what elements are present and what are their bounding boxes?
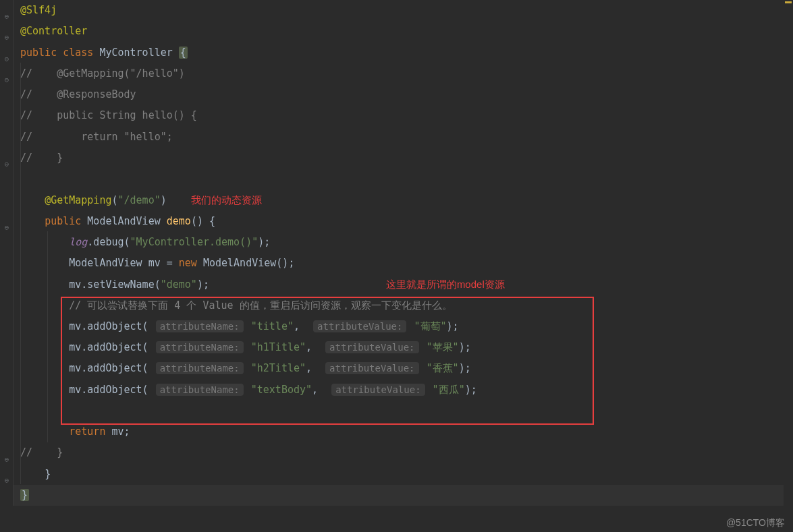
fold-icon[interactable]: ⊖ [2, 449, 11, 459]
matched-brace: } [20, 489, 29, 501]
fold-icon[interactable]: ⊖ [2, 470, 11, 479]
param-hint: attributeName: [156, 384, 244, 396]
matched-brace: { [179, 47, 188, 59]
code-line[interactable]: @GetMapping("/demo") 我们的动态资源 [13, 189, 793, 210]
param-hint: attributeName: [156, 320, 244, 332]
code-line[interactable]: mv.addObject( attributeName: "textBody",… [13, 380, 793, 401]
fold-icon[interactable]: ⊖ [2, 6, 11, 16]
code-line[interactable]: // public String hello() { [13, 105, 793, 126]
code-line[interactable]: // return "hello"; [13, 127, 793, 148]
code-line[interactable]: log.debug("MyController.demo()"); [13, 232, 793, 253]
code-line[interactable]: // 可以尝试替换下面 4 个 Value 的值，重启后访问资源，观察一下变化是… [13, 295, 793, 316]
fold-icon[interactable]: ⊖ [2, 27, 11, 36]
code-line[interactable]: } [13, 485, 793, 506]
annotation: @Slf4j [20, 4, 57, 16]
code-editor[interactable]: ⊖ ⊖ ⊖ ⊖ ⊖ ⊖ ⊖ ⊖ @Slf4j @Controller publi… [0, 0, 793, 506]
annotation: @Controller [20, 25, 87, 37]
gutter: ⊖ ⊖ ⊖ ⊖ ⊖ ⊖ ⊖ ⊖ [0, 0, 13, 506]
inline-annotation: 这里就是所谓的model资源 [386, 278, 505, 290]
fold-icon[interactable]: ⊖ [2, 69, 11, 79]
code-line[interactable]: @Slf4j [13, 0, 793, 21]
param-hint: attributeValue: [325, 341, 418, 353]
code-line[interactable]: // @ResponseBody [13, 84, 793, 105]
code-line[interactable]: // } [13, 442, 793, 463]
fold-icon[interactable]: ⊖ [2, 154, 11, 163]
code-line[interactable] [13, 169, 793, 189]
code-line[interactable]: mv.addObject( attributeName: "title", at… [13, 316, 793, 337]
error-stripe[interactable] [784, 0, 793, 532]
param-hint: attributeName: [156, 362, 244, 374]
code-line[interactable]: mv.setViewName("demo"); 这里就是所谓的model资源 [13, 274, 793, 295]
code-line[interactable]: // @GetMapping("/hello") [13, 63, 793, 84]
warning-marker[interactable] [785, 1, 792, 3]
code-line[interactable]: return mv; [13, 421, 793, 442]
inline-annotation: 我们的动态资源 [191, 194, 262, 206]
watermark: @51CTO博客 [726, 512, 785, 532]
param-hint: attributeValue: [325, 362, 418, 374]
fold-icon[interactable]: ⊖ [2, 217, 11, 227]
code-line[interactable]: @Controller [13, 21, 793, 42]
fold-icon[interactable]: ⊖ [2, 49, 11, 58]
code-line[interactable] [13, 401, 793, 421]
code-line[interactable]: public class MyController { [13, 42, 793, 63]
code-line[interactable]: } [13, 464, 793, 485]
param-hint: attributeName: [156, 341, 244, 353]
code-line[interactable]: mv.addObject( attributeName: "h2Title", … [13, 358, 793, 379]
param-hint: attributeValue: [331, 384, 425, 396]
code-line[interactable]: // } [13, 148, 793, 169]
param-hint: attributeValue: [313, 320, 406, 332]
code-line[interactable]: public ModelAndView demo() { [13, 211, 793, 232]
code-line[interactable]: mv.addObject( attributeName: "h1Title", … [13, 337, 793, 358]
code-line[interactable]: ModelAndView mv = new ModelAndView(); [13, 253, 793, 274]
